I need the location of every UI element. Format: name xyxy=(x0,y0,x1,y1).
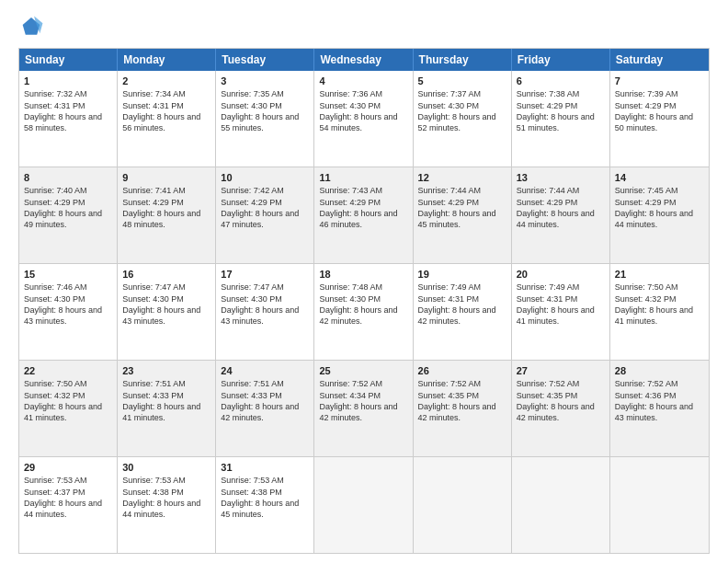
day-header-monday: Monday xyxy=(118,49,216,71)
calendar-week-1: 1Sunrise: 7:32 AMSunset: 4:31 PMDaylight… xyxy=(19,71,709,167)
calendar-cell: 24Sunrise: 7:51 AMSunset: 4:33 PMDayligh… xyxy=(216,361,314,456)
day-header-friday: Friday xyxy=(512,49,610,71)
day-number: 16 xyxy=(122,268,210,281)
day-number: 1 xyxy=(24,75,112,87)
day-number: 4 xyxy=(319,75,407,87)
cell-info: Sunrise: 7:43 AMSunset: 4:29 PMDaylight:… xyxy=(319,186,397,229)
cell-info: Sunrise: 7:53 AMSunset: 4:38 PMDaylight:… xyxy=(122,476,200,519)
cell-info: Sunrise: 7:42 AMSunset: 4:29 PMDaylight:… xyxy=(221,186,299,229)
calendar-cell: 16Sunrise: 7:47 AMSunset: 4:30 PMDayligh… xyxy=(118,264,216,360)
calendar-week-2: 8Sunrise: 7:40 AMSunset: 4:29 PMDaylight… xyxy=(19,167,709,263)
calendar-cell: 8Sunrise: 7:40 AMSunset: 4:29 PMDaylight… xyxy=(19,167,118,263)
calendar-cell: 28Sunrise: 7:52 AMSunset: 4:36 PMDayligh… xyxy=(610,361,709,456)
calendar-cell: 17Sunrise: 7:47 AMSunset: 4:30 PMDayligh… xyxy=(216,264,314,360)
cell-info: Sunrise: 7:40 AMSunset: 4:29 PMDaylight:… xyxy=(24,186,102,229)
day-number: 24 xyxy=(221,364,309,377)
cell-info: Sunrise: 7:50 AMSunset: 4:32 PMDaylight:… xyxy=(24,379,102,422)
day-number: 21 xyxy=(615,268,704,281)
calendar-cell: 2Sunrise: 7:34 AMSunset: 4:31 PMDaylight… xyxy=(118,71,216,167)
day-number: 3 xyxy=(221,75,309,87)
cell-info: Sunrise: 7:47 AMSunset: 4:30 PMDaylight:… xyxy=(221,282,299,326)
calendar-cell: 14Sunrise: 7:45 AMSunset: 4:29 PMDayligh… xyxy=(610,167,709,263)
calendar-cell: 11Sunrise: 7:43 AMSunset: 4:29 PMDayligh… xyxy=(314,167,413,263)
day-number: 9 xyxy=(122,171,210,184)
cell-info: Sunrise: 7:38 AMSunset: 4:29 PMDaylight:… xyxy=(517,89,595,132)
calendar-cell: 12Sunrise: 7:44 AMSunset: 4:29 PMDayligh… xyxy=(414,167,512,263)
calendar-cell: 7Sunrise: 7:39 AMSunset: 4:29 PMDaylight… xyxy=(610,71,709,167)
cell-info: Sunrise: 7:46 AMSunset: 4:30 PMDaylight:… xyxy=(24,282,102,326)
day-number: 10 xyxy=(221,171,309,184)
day-header-tuesday: Tuesday xyxy=(216,49,314,71)
cell-info: Sunrise: 7:35 AMSunset: 4:30 PMDaylight:… xyxy=(221,89,299,132)
day-number: 29 xyxy=(24,461,112,474)
day-number: 7 xyxy=(615,75,704,87)
cell-info: Sunrise: 7:50 AMSunset: 4:32 PMDaylight:… xyxy=(615,282,693,326)
day-number: 28 xyxy=(615,364,704,377)
logo xyxy=(18,15,48,40)
calendar-cell: 25Sunrise: 7:52 AMSunset: 4:34 PMDayligh… xyxy=(314,361,413,456)
day-header-thursday: Thursday xyxy=(414,49,512,71)
calendar-cell: 26Sunrise: 7:52 AMSunset: 4:35 PMDayligh… xyxy=(414,361,512,456)
day-number: 6 xyxy=(517,75,605,87)
day-number: 25 xyxy=(319,364,407,377)
page: SundayMondayTuesdayWednesdayThursdayFrid… xyxy=(0,0,728,563)
cell-info: Sunrise: 7:49 AMSunset: 4:31 PMDaylight:… xyxy=(517,282,595,326)
cell-info: Sunrise: 7:53 AMSunset: 4:37 PMDaylight:… xyxy=(24,476,102,519)
calendar-week-3: 15Sunrise: 7:46 AMSunset: 4:30 PMDayligh… xyxy=(19,263,709,360)
calendar-week-4: 22Sunrise: 7:50 AMSunset: 4:32 PMDayligh… xyxy=(19,360,709,456)
calendar-cell: 13Sunrise: 7:44 AMSunset: 4:29 PMDayligh… xyxy=(512,167,610,263)
day-number: 5 xyxy=(418,75,506,87)
calendar-cell: 27Sunrise: 7:52 AMSunset: 4:35 PMDayligh… xyxy=(512,361,610,456)
day-number: 12 xyxy=(418,171,506,184)
day-number: 11 xyxy=(319,171,407,184)
cell-info: Sunrise: 7:37 AMSunset: 4:30 PMDaylight:… xyxy=(418,89,496,132)
day-number: 27 xyxy=(517,364,605,377)
day-number: 20 xyxy=(517,268,605,281)
day-number: 22 xyxy=(24,364,112,377)
calendar-cell: 23Sunrise: 7:51 AMSunset: 4:33 PMDayligh… xyxy=(118,361,216,456)
cell-info: Sunrise: 7:32 AMSunset: 4:31 PMDaylight:… xyxy=(24,89,102,132)
day-number: 30 xyxy=(122,461,210,474)
cell-info: Sunrise: 7:36 AMSunset: 4:30 PMDaylight:… xyxy=(319,89,397,132)
header xyxy=(18,15,710,40)
cell-info: Sunrise: 7:44 AMSunset: 4:29 PMDaylight:… xyxy=(517,186,595,229)
calendar-cell: 30Sunrise: 7:53 AMSunset: 4:38 PMDayligh… xyxy=(118,457,216,553)
cell-info: Sunrise: 7:45 AMSunset: 4:29 PMDaylight:… xyxy=(615,186,693,229)
cell-info: Sunrise: 7:52 AMSunset: 4:35 PMDaylight:… xyxy=(517,379,595,422)
calendar-cell: 29Sunrise: 7:53 AMSunset: 4:37 PMDayligh… xyxy=(19,457,118,553)
calendar-cell xyxy=(610,457,709,553)
day-number: 14 xyxy=(615,171,704,184)
cell-info: Sunrise: 7:41 AMSunset: 4:29 PMDaylight:… xyxy=(122,186,200,229)
day-number: 13 xyxy=(517,171,605,184)
calendar-cell: 18Sunrise: 7:48 AMSunset: 4:30 PMDayligh… xyxy=(314,264,413,360)
logo-icon xyxy=(18,15,44,40)
calendar-week-5: 29Sunrise: 7:53 AMSunset: 4:37 PMDayligh… xyxy=(19,456,709,553)
day-number: 19 xyxy=(418,268,506,281)
calendar-cell: 20Sunrise: 7:49 AMSunset: 4:31 PMDayligh… xyxy=(512,264,610,360)
cell-info: Sunrise: 7:44 AMSunset: 4:29 PMDaylight:… xyxy=(418,186,496,229)
day-number: 15 xyxy=(24,268,112,281)
cell-info: Sunrise: 7:47 AMSunset: 4:30 PMDaylight:… xyxy=(122,282,200,326)
calendar-cell: 10Sunrise: 7:42 AMSunset: 4:29 PMDayligh… xyxy=(216,167,314,263)
calendar-cell: 6Sunrise: 7:38 AMSunset: 4:29 PMDaylight… xyxy=(512,71,610,167)
day-header-sunday: Sunday xyxy=(19,49,118,71)
day-number: 18 xyxy=(319,268,407,281)
calendar-cell: 5Sunrise: 7:37 AMSunset: 4:30 PMDaylight… xyxy=(414,71,512,167)
day-header-saturday: Saturday xyxy=(610,49,709,71)
day-number: 17 xyxy=(221,268,309,281)
calendar-header: SundayMondayTuesdayWednesdayThursdayFrid… xyxy=(19,49,709,71)
calendar-cell: 1Sunrise: 7:32 AMSunset: 4:31 PMDaylight… xyxy=(19,71,118,167)
cell-info: Sunrise: 7:53 AMSunset: 4:38 PMDaylight:… xyxy=(221,476,299,519)
cell-info: Sunrise: 7:52 AMSunset: 4:35 PMDaylight:… xyxy=(418,379,496,422)
day-number: 26 xyxy=(418,364,506,377)
cell-info: Sunrise: 7:51 AMSunset: 4:33 PMDaylight:… xyxy=(221,379,299,422)
cell-info: Sunrise: 7:39 AMSunset: 4:29 PMDaylight:… xyxy=(615,89,693,132)
calendar-cell: 31Sunrise: 7:53 AMSunset: 4:38 PMDayligh… xyxy=(216,457,314,553)
calendar-cell: 15Sunrise: 7:46 AMSunset: 4:30 PMDayligh… xyxy=(19,264,118,360)
calendar-cell xyxy=(414,457,512,553)
cell-info: Sunrise: 7:52 AMSunset: 4:36 PMDaylight:… xyxy=(615,379,693,422)
calendar-cell: 4Sunrise: 7:36 AMSunset: 4:30 PMDaylight… xyxy=(314,71,413,167)
calendar-cell: 9Sunrise: 7:41 AMSunset: 4:29 PMDaylight… xyxy=(118,167,216,263)
cell-info: Sunrise: 7:52 AMSunset: 4:34 PMDaylight:… xyxy=(319,379,397,422)
day-number: 8 xyxy=(24,171,112,184)
